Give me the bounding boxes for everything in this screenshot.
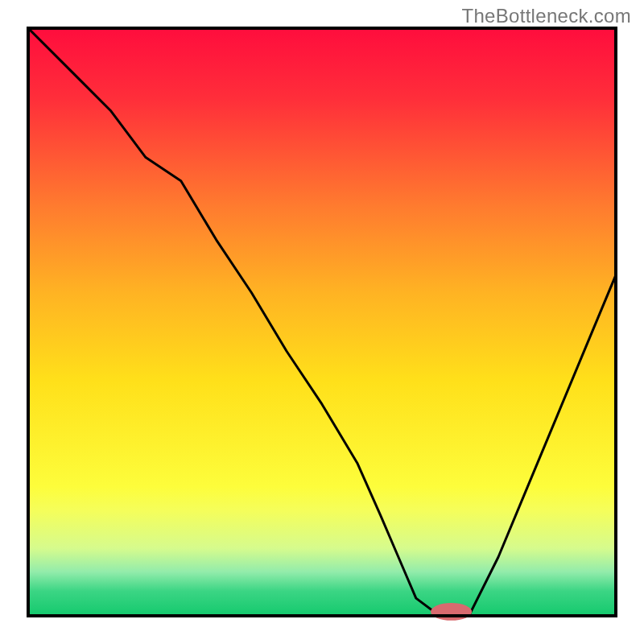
chart-canvas: TheBottleneck.com xyxy=(0,0,644,644)
bottleneck-chart xyxy=(0,0,644,644)
optimal-point-marker xyxy=(431,603,472,621)
